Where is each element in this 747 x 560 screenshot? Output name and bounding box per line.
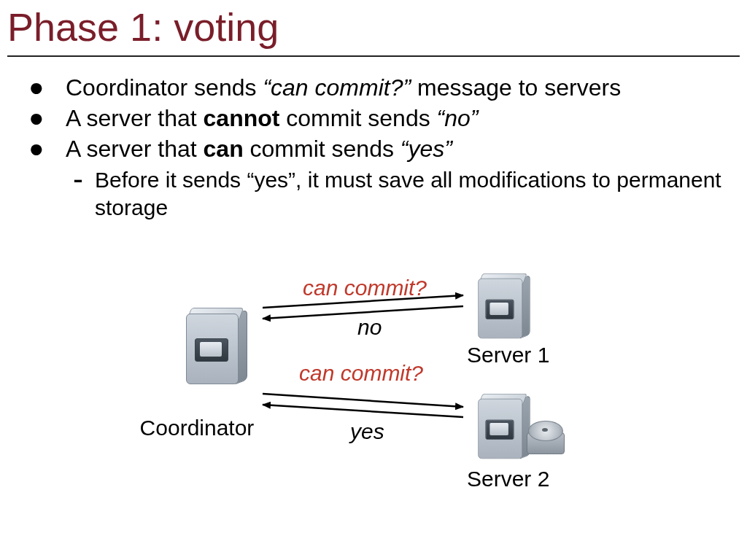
text-italic: “can commit?” [263, 74, 411, 101]
text-italic: “no” [437, 105, 479, 131]
slide: Phase 1: voting Coordinator sends “can c… [0, 0, 747, 560]
text: Coordinator sends [66, 74, 263, 101]
server2-label: Server 2 [467, 467, 576, 491]
msg-yes: yes [350, 419, 384, 444]
text-italic: “yes” [400, 136, 452, 162]
server2-icon [472, 392, 528, 461]
coordinator-server-icon [179, 306, 244, 386]
msg-can-commit-bottom: can commit? [299, 361, 423, 386]
server1-label: Server 1 [467, 343, 576, 368]
coordinator-label: Coordinator [124, 416, 270, 440]
text: A server that [66, 136, 204, 162]
bullet-2: A server that cannot commit sends “no” [29, 104, 729, 133]
slide-title: Phase 1: voting [7, 4, 279, 50]
title-underline [7, 55, 740, 57]
text-bold: can [204, 136, 244, 162]
disk-icon [525, 419, 566, 454]
text: message to servers [411, 74, 621, 101]
svg-line-0 [263, 295, 463, 308]
bullet-3: A server that can commit sends “yes” [29, 134, 729, 163]
sub-bullet-1: Before it sends “yes”, it must save all … [29, 166, 729, 221]
bullet-list: Coordinator sends “can commit?” message … [29, 73, 729, 221]
diagram: Coordinator Server 1 Server 2 [0, 277, 747, 560]
server1-icon [472, 272, 528, 341]
text: commit sends [244, 136, 400, 162]
text-bold: cannot [204, 105, 280, 131]
msg-no: no [357, 315, 382, 340]
text: commit sends [279, 105, 436, 131]
bullet-1: Coordinator sends “can commit?” message … [29, 73, 729, 102]
text: A server that [66, 105, 204, 131]
svg-line-3 [263, 405, 463, 417]
svg-line-2 [263, 394, 463, 407]
